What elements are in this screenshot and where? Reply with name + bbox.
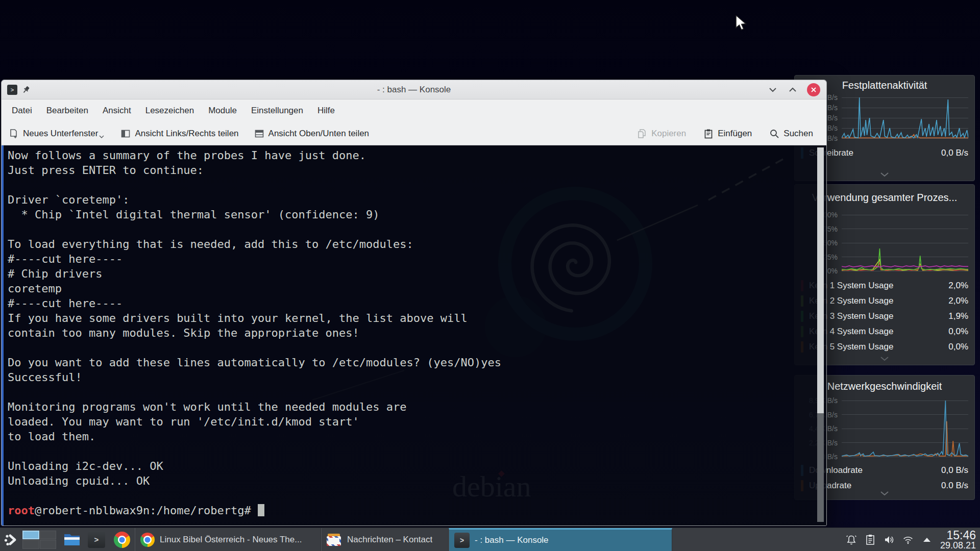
- cpu-plot: [842, 215, 968, 271]
- task-label: Nachrichten – Kontact: [347, 535, 432, 545]
- search-button[interactable]: Suchen: [769, 129, 813, 139]
- new-tab-button[interactable]: Neues Unterfenster: [9, 129, 98, 139]
- legend-label: Kern 1 System Usage: [809, 281, 948, 291]
- terminal-line: Do you want to add these lines automatic…: [8, 355, 811, 370]
- pager-desktop-2[interactable]: [40, 531, 57, 540]
- menu-bearbeiten[interactable]: Bearbeiten: [39, 99, 95, 122]
- paste-icon: [703, 129, 714, 139]
- terminal-line: [8, 488, 811, 503]
- pager-desktop-1[interactable]: [22, 531, 39, 540]
- terminal-line: loaded. You may want to run '/etc/init.d…: [8, 414, 811, 429]
- menubar: Datei Bearbeiten Ansicht Lesezeichen Mod…: [2, 99, 826, 122]
- disk-plot: [842, 97, 968, 138]
- folder-icon: [63, 532, 81, 547]
- terminal-line: [8, 178, 811, 192]
- terminal-area[interactable]: Now follows a summary of the probes I ha…: [2, 145, 826, 525]
- task-kontact-window[interactable]: Nachrichten – Kontact: [321, 528, 449, 551]
- chrome-launcher[interactable]: [109, 528, 135, 551]
- menu-module[interactable]: Module: [201, 99, 244, 122]
- terminal-line: # Chip drivers: [8, 266, 811, 281]
- wifi-icon[interactable]: [902, 533, 914, 546]
- terminal-line: Unloading cpuid... OK: [8, 473, 811, 488]
- terminal-line: coretemp: [8, 281, 811, 296]
- legend-label: Downloadrate: [809, 465, 941, 475]
- file-manager-launcher[interactable]: [60, 528, 84, 551]
- legend-value: 2,0%: [948, 296, 968, 306]
- titlebar[interactable]: > - : bash — Konsole: [2, 80, 826, 99]
- chevron-down-icon[interactable]: [880, 354, 889, 363]
- legend-value: 2,0%: [948, 281, 968, 291]
- toolbar: Neues Unterfenster Ansicht Links/Rechts …: [2, 122, 826, 145]
- prompt-user: root: [8, 504, 35, 517]
- terminal-line: Unloading i2c-dev... OK: [8, 459, 811, 473]
- legend-value: 0,0 B/s: [941, 465, 968, 475]
- chevron-down-icon[interactable]: [880, 489, 889, 498]
- net-plot: [842, 400, 968, 457]
- legend-value: 0.0 B/s: [941, 481, 968, 491]
- split-left-right-button[interactable]: Ansicht Links/Rechts teilen: [120, 129, 238, 139]
- terminal-cursor: [258, 504, 264, 516]
- legend-label: Uploadrate: [809, 481, 941, 491]
- legend-value: 0,0%: [948, 342, 968, 352]
- split-top-bottom-icon: [254, 129, 264, 139]
- terminal-line: contain too many modules. Skip the appro…: [8, 325, 811, 340]
- terminal-line: Monitoring programs won't work until the…: [8, 399, 811, 414]
- terminal-line: #----cut here----: [8, 252, 811, 266]
- minimize-button[interactable]: [767, 84, 778, 95]
- pager-desktop-3[interactable]: [22, 540, 39, 549]
- terminal-line: #----cut here----: [8, 296, 811, 311]
- chrome-icon: [140, 533, 155, 547]
- task-chrome-window[interactable]: Linux Bibel Österreich - Neues The...: [135, 528, 321, 551]
- menu-ansicht[interactable]: Ansicht: [95, 99, 138, 122]
- digital-clock[interactable]: 15:46 29.08.21: [940, 530, 980, 550]
- paste-button[interactable]: Einfügen: [703, 129, 752, 139]
- task-label: Linux Bibel Österreich - Neues The...: [160, 535, 302, 545]
- volume-icon[interactable]: [883, 533, 895, 546]
- legend-value: 0,0%: [948, 327, 968, 337]
- window-title: - : bash — Konsole: [2, 85, 826, 95]
- tray-expander-icon[interactable]: [921, 533, 933, 546]
- task-label: - : bash — Konsole: [475, 535, 549, 545]
- menu-einstellungen[interactable]: Einstellungen: [244, 99, 310, 122]
- dropdown-caret-icon: [99, 131, 104, 141]
- terminal-line: Successful!: [8, 370, 811, 385]
- terminal-output: Now follows a summary of the probes I ha…: [8, 148, 811, 518]
- konsole-icon: >: [454, 533, 470, 548]
- taskbar: > Linux Bibel Österreich - Neues The... …: [0, 528, 980, 551]
- terminal-line: [8, 385, 811, 399]
- terminal-line: to load them.: [8, 429, 811, 444]
- virtual-desktop-pager[interactable]: [22, 531, 56, 549]
- application-launcher-button[interactable]: [0, 528, 21, 551]
- terminal-line: Now follows a summary of the probes I ha…: [8, 148, 811, 163]
- kde-menu-icon: [4, 533, 18, 547]
- close-button[interactable]: [807, 83, 820, 96]
- legend-label: Kern 2 System Usage: [809, 296, 948, 306]
- pager-desktop-4[interactable]: [40, 540, 57, 549]
- task-konsole-window-active[interactable]: > - : bash — Konsole: [449, 528, 672, 551]
- menu-lesezeichen[interactable]: Lesezeichen: [138, 99, 201, 122]
- new-tab-icon: [9, 129, 19, 139]
- clipboard-icon[interactable]: [864, 533, 876, 546]
- legend-label: Kern 4 System Usage: [809, 327, 948, 337]
- terminal-line: To load everything that is needed, add t…: [8, 237, 811, 252]
- terminal-line: [8, 340, 811, 355]
- terminal-line: [8, 222, 811, 237]
- menu-datei[interactable]: Datei: [5, 99, 39, 122]
- clock-time: 15:46: [940, 530, 976, 541]
- prompt-path: @robert-nblbwax9n:/home/robertg#: [35, 504, 258, 517]
- maximize-button[interactable]: [787, 84, 798, 95]
- chevron-down-icon[interactable]: [880, 170, 889, 179]
- terminal-line: Just press ENTER to continue:: [8, 163, 811, 178]
- kontact-mail-icon: [327, 534, 342, 546]
- konsole-launcher[interactable]: >: [88, 531, 105, 548]
- scrollbar-thumb[interactable]: [817, 147, 824, 413]
- terminal-line: Driver `coretemp':: [8, 192, 811, 207]
- notifications-bell-icon[interactable]: [845, 533, 857, 546]
- search-icon: [769, 129, 779, 139]
- split-top-bottom-button[interactable]: Ansicht Oben/Unten teilen: [254, 129, 370, 139]
- focus-strip: [2, 145, 4, 525]
- scrollbar-track[interactable]: [817, 147, 824, 522]
- menu-hilfe[interactable]: Hilfe: [310, 99, 342, 122]
- terminal-line: * Chip `Intel digital thermal sensor' (c…: [8, 207, 811, 222]
- copy-button[interactable]: Kopieren: [637, 129, 686, 139]
